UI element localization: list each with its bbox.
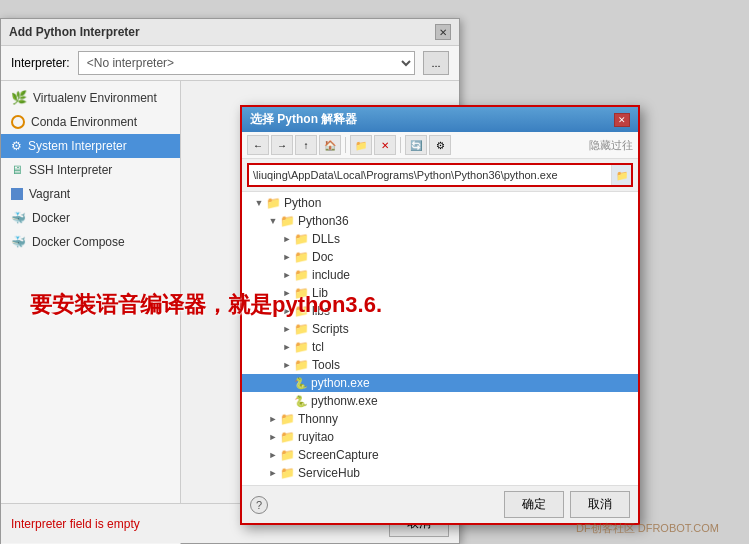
toolbar-separator-2 — [400, 137, 401, 153]
inner-toolbar: ← → ↑ 🏠 📁 ✕ 🔄 ⚙ 隐藏过往 — [242, 132, 638, 159]
tree-item[interactable]: ► 📁 Tools — [242, 356, 638, 374]
ssh-icon: 🖥 — [11, 163, 23, 177]
tree-item-label: pythonw.exe — [311, 394, 378, 408]
folder-icon: 📁 — [280, 430, 295, 444]
overlay-text: 要安装语音编译器，就是python3.6. — [30, 290, 382, 320]
system-icon: ⚙ — [11, 139, 22, 153]
tree-arrow: • — [280, 378, 294, 388]
conda-icon — [11, 115, 25, 129]
delete-button[interactable]: ✕ — [374, 135, 396, 155]
tree-arrow: ► — [266, 414, 280, 424]
up-button[interactable]: ↑ — [295, 135, 317, 155]
folder-icon: 📁 — [280, 448, 295, 462]
folder-icon: 📁 — [294, 340, 309, 354]
path-container: \liuqing\AppData\Local\Programs\Python\P… — [242, 159, 638, 192]
folder-icon: 📁 — [280, 412, 295, 426]
folder-icon: 📁 — [266, 196, 281, 210]
hidden-label: 隐藏过往 — [589, 138, 633, 153]
tree-arrow: ► — [280, 360, 294, 370]
inner-bottom-buttons: 确定 取消 — [504, 491, 630, 518]
sidebar-item-system[interactable]: ⚙ System Interpreter — [1, 134, 180, 158]
tree-item-label: Python — [284, 196, 321, 210]
sidebar-item-docker[interactable]: 🐳 Docker — [1, 206, 180, 230]
tree-item[interactable]: ► 📁 include — [242, 266, 638, 284]
ok-button[interactable]: 确定 — [504, 491, 564, 518]
home-button[interactable]: 🏠 — [319, 135, 341, 155]
docker-icon: 🐳 — [11, 211, 26, 225]
tree-item-label: Python36 — [298, 214, 349, 228]
tree-arrow: ► — [266, 450, 280, 460]
outer-dialog-close-button[interactable]: ✕ — [435, 24, 451, 40]
tree-item-label: Thonny — [298, 412, 338, 426]
tree-arrow: ► — [266, 468, 280, 478]
vagrant-icon — [11, 188, 23, 200]
sidebar-item-label: System Interpreter — [28, 139, 127, 153]
sidebar-item-conda[interactable]: Conda Environment — [1, 110, 180, 134]
folder-icon: 📁 — [294, 358, 309, 372]
tree-item[interactable]: ▼ 📁 Python36 — [242, 212, 638, 230]
tree-arrow: ▼ — [252, 198, 266, 208]
folder-icon: 📁 — [280, 214, 295, 228]
tree-item-label: include — [312, 268, 350, 282]
tree-item[interactable]: ► 📁 ruyitao — [242, 428, 638, 446]
error-text: Interpreter field is empty — [11, 517, 140, 531]
folder-icon: 📁 — [294, 232, 309, 246]
interpreter-settings-button[interactable]: ... — [423, 51, 449, 75]
docker-compose-icon: 🐳 — [11, 235, 26, 249]
settings-button[interactable]: ⚙ — [429, 135, 451, 155]
outer-dialog-title: Add Python Interpreter — [9, 25, 140, 39]
tree-arrow: ► — [280, 342, 294, 352]
sidebar-item-vagrant[interactable]: Vagrant — [1, 182, 180, 206]
tree-item-label: Doc — [312, 250, 333, 264]
tree-item-label: tcl — [312, 340, 324, 354]
folder-icon: 📁 — [280, 466, 295, 480]
interpreter-label: Interpreter: — [11, 56, 70, 70]
path-text: \liuqing\AppData\Local\Programs\Python\P… — [249, 167, 611, 183]
virtualenv-icon: 🌿 — [11, 90, 27, 105]
inner-dialog-bottom: ? 确定 取消 — [242, 485, 638, 523]
sidebar-item-label: Conda Environment — [31, 115, 137, 129]
sidebar-item-ssh[interactable]: 🖥 SSH Interpreter — [1, 158, 180, 182]
tree-arrow: ▼ — [266, 216, 280, 226]
tree-item[interactable]: ► 📁 Scripts — [242, 320, 638, 338]
sidebar-item-label: Docker — [32, 211, 70, 225]
sidebar-item-label: SSH Interpreter — [29, 163, 112, 177]
interpreter-dropdown[interactable]: <No interpreter> — [78, 51, 415, 75]
tree-arrow: • — [280, 396, 294, 406]
tree-arrow: ► — [266, 432, 280, 442]
exe-file-icon: 🐍 — [294, 377, 308, 390]
new-folder-button[interactable]: 📁 — [350, 135, 372, 155]
tree-item[interactable]: ► 📁 ScreenCapture — [242, 446, 638, 464]
tree-item[interactable]: ► 📁 Thonny — [242, 410, 638, 428]
path-field: \liuqing\AppData\Local\Programs\Python\P… — [247, 163, 633, 187]
sidebar-item-label: Vagrant — [29, 187, 70, 201]
tree-item-selected[interactable]: • 🐍 python.exe — [242, 374, 638, 392]
inner-dialog-title: 选择 Python 解释器 — [250, 111, 357, 128]
tree-item[interactable]: • 🐍 pythonw.exe — [242, 392, 638, 410]
folder-icon: 📁 — [294, 250, 309, 264]
forward-button[interactable]: → — [271, 135, 293, 155]
path-browse-button[interactable]: 📁 — [611, 165, 631, 185]
tree-arrow: ► — [280, 252, 294, 262]
cancel-button[interactable]: 取消 — [570, 491, 630, 518]
tree-item-label: ServiceHub — [298, 466, 360, 480]
tree-item[interactable]: ► 📁 ServiceHub — [242, 464, 638, 482]
refresh-button[interactable]: 🔄 — [405, 135, 427, 155]
inner-close-button[interactable]: ✕ — [614, 113, 630, 127]
folder-icon: 📁 — [294, 322, 309, 336]
sidebar-item-virtualenv[interactable]: 🌿 Virtualenv Environment — [1, 85, 180, 110]
help-button[interactable]: ? — [250, 496, 268, 514]
tree-item-label: Scripts — [312, 322, 349, 336]
tree-item-label: ScreenCapture — [298, 448, 379, 462]
file-tree[interactable]: ▼ 📁 Python ▼ 📁 Python36 ► 📁 DLLs ► 📁 Doc — [242, 192, 638, 492]
tree-item[interactable]: ▼ 📁 Python — [242, 194, 638, 212]
inner-dialog-titlebar: 选择 Python 解释器 ✕ — [242, 107, 638, 132]
outer-dialog-titlebar: Add Python Interpreter ✕ — [1, 19, 459, 46]
sidebar-item-docker-compose[interactable]: 🐳 Docker Compose — [1, 230, 180, 254]
tree-arrow: ► — [280, 270, 294, 280]
exe-file-icon: 🐍 — [294, 395, 308, 408]
tree-item[interactable]: ► 📁 tcl — [242, 338, 638, 356]
back-button[interactable]: ← — [247, 135, 269, 155]
tree-item[interactable]: ► 📁 DLLs — [242, 230, 638, 248]
tree-item[interactable]: ► 📁 Doc — [242, 248, 638, 266]
